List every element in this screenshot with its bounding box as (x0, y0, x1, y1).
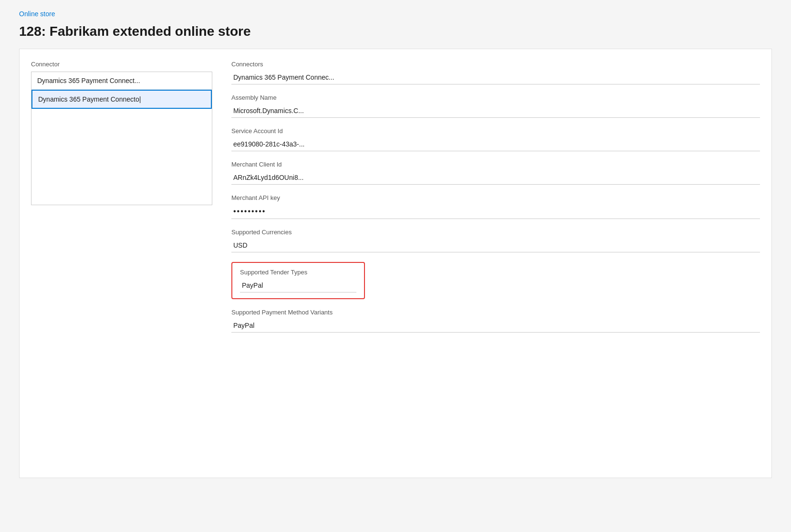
field-group-merchant_client_id: Merchant Client IdARnZk4Lyd1d6OUni8... (231, 161, 760, 185)
field-label-supported_payment_method_variants: Supported Payment Method Variants (231, 309, 760, 316)
field-value-merchant_client_id: ARnZk4Lyd1d6OUni8... (231, 171, 760, 185)
field-group-supported_currencies: Supported CurrenciesUSD (231, 229, 760, 252)
field-group-assembly_name: Assembly NameMicrosoft.Dynamics.C... (231, 94, 760, 118)
field-value-supported_tender_types: PayPal (240, 279, 356, 292)
field-group-merchant_api_key: Merchant API key••••••••• (231, 194, 760, 219)
field-label-merchant_client_id: Merchant Client Id (231, 161, 760, 168)
right-panel: ConnectorsDynamics 365 Payment Connec...… (231, 61, 760, 466)
field-label-supported_tender_types: Supported Tender Types (240, 269, 356, 276)
connector-list-item[interactable]: Dynamics 365 Payment Connect... (31, 72, 212, 90)
field-label-supported_currencies: Supported Currencies (231, 229, 760, 236)
breadcrumb-link[interactable]: Online store (19, 10, 55, 18)
connector-list: Dynamics 365 Payment Connect...Dynamics … (31, 72, 212, 205)
field-value-connectors: Dynamics 365 Payment Connec... (231, 71, 760, 84)
field-group-supported_tender_types: Supported Tender TypesPayPal (231, 262, 365, 299)
field-group-connectors: ConnectorsDynamics 365 Payment Connec... (231, 61, 760, 84)
content-area: Connector Dynamics 365 Payment Connect..… (19, 49, 772, 478)
page-title: 128: Fabrikam extended online store (19, 24, 772, 39)
connector-panel-label: Connector (31, 61, 212, 68)
field-label-merchant_api_key: Merchant API key (231, 194, 760, 201)
field-group-supported_payment_method_variants: Supported Payment Method VariantsPayPal (231, 309, 760, 333)
field-value-supported_currencies: USD (231, 239, 760, 252)
field-label-assembly_name: Assembly Name (231, 94, 760, 101)
field-value-merchant_api_key: ••••••••• (231, 204, 760, 219)
field-value-supported_payment_method_variants: PayPal (231, 319, 760, 333)
field-value-assembly_name: Microsoft.Dynamics.C... (231, 104, 760, 118)
field-group-service_account_id: Service Account Idee919080-281c-43a3-... (231, 127, 760, 151)
field-label-service_account_id: Service Account Id (231, 127, 760, 135)
connector-list-item[interactable]: Dynamics 365 Payment Connecto| (31, 90, 212, 109)
field-value-service_account_id: ee919080-281c-43a3-... (231, 137, 760, 151)
left-panel: Connector Dynamics 365 Payment Connect..… (31, 61, 212, 466)
breadcrumb: Online store (19, 10, 772, 18)
page-container: Online store 128: Fabrikam extended onli… (0, 0, 791, 532)
field-label-connectors: Connectors (231, 61, 760, 68)
